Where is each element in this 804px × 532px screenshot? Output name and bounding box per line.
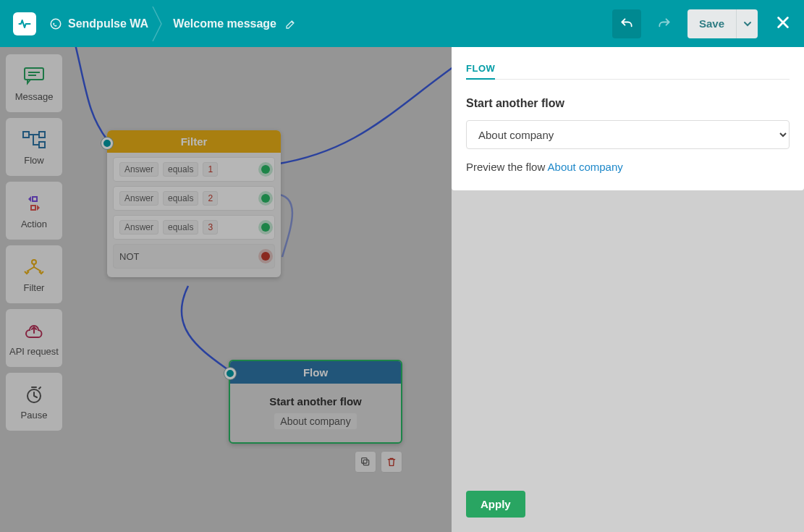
output-port[interactable] xyxy=(261,165,270,174)
tool-label: Filter xyxy=(24,282,45,293)
flow-title-text: Welcome message xyxy=(173,17,276,30)
svg-rect-7 xyxy=(39,132,45,138)
edit-icon[interactable] xyxy=(285,18,297,30)
preview-link[interactable]: About company xyxy=(548,161,623,173)
svg-rect-9 xyxy=(33,197,37,201)
svg-rect-2 xyxy=(362,458,367,463)
preview-prefix: Preview the flow xyxy=(466,161,548,173)
flow-node-title: Flow xyxy=(303,366,328,379)
tool-pause[interactable]: Pause xyxy=(6,373,62,431)
svg-point-11 xyxy=(32,260,36,264)
apply-button[interactable]: Apply xyxy=(466,491,525,518)
save-dropdown[interactable] xyxy=(736,9,758,38)
condition-value: 3 xyxy=(203,220,218,235)
tool-label: API request xyxy=(9,346,59,357)
header-actions: Save xyxy=(612,9,791,38)
condition-list: Answer equals 1 Answer equals 2 Answer e… xyxy=(107,153,281,273)
filter-node-header[interactable]: Filter xyxy=(107,130,281,153)
condition-op: equals xyxy=(163,162,198,177)
condition-row[interactable]: Answer equals 2 xyxy=(113,186,275,211)
tool-action[interactable]: Action xyxy=(6,182,62,240)
undo-button[interactable] xyxy=(612,9,641,38)
condition-row[interactable]: Answer equals 1 xyxy=(113,157,275,182)
condition-not-row[interactable]: NOT xyxy=(113,244,275,269)
filter-node-title: Filter xyxy=(181,135,208,148)
whatsapp-icon xyxy=(49,17,62,30)
svg-rect-10 xyxy=(31,206,35,210)
bot-name[interactable]: Sendpulse WA xyxy=(49,17,148,30)
svg-rect-1 xyxy=(363,460,368,465)
app-header: Sendpulse WA Welcome message Save xyxy=(0,0,804,47)
svg-rect-6 xyxy=(23,132,29,138)
flow-select[interactable]: About company xyxy=(466,120,790,149)
svg-rect-8 xyxy=(39,142,45,148)
tool-label: Action xyxy=(21,219,47,229)
output-port-not[interactable] xyxy=(261,252,270,261)
panel-tabs: FLOW xyxy=(466,62,790,80)
flow-node[interactable]: Flow Start another flow About company xyxy=(229,360,402,444)
flow-node-body: Start another flow About company xyxy=(230,384,401,442)
pause-icon xyxy=(25,385,43,404)
node-toolbar: Message Flow Action Filter API request P… xyxy=(6,54,62,431)
flow-node-heading: Start another flow xyxy=(237,395,394,408)
save-group: Save xyxy=(687,9,758,38)
output-port[interactable] xyxy=(261,194,270,203)
condition-value: 2 xyxy=(203,191,218,206)
node-tools xyxy=(355,451,402,473)
trash-icon xyxy=(386,456,397,468)
condition-value: 1 xyxy=(203,162,218,177)
filter-node[interactable]: Filter Answer equals 1 Answer equals 2 A… xyxy=(107,130,281,277)
action-icon xyxy=(22,195,46,212)
message-icon xyxy=(23,67,45,85)
tool-filter[interactable]: Filter xyxy=(6,245,62,303)
undo-icon xyxy=(619,17,634,31)
close-button[interactable] xyxy=(775,14,791,33)
tool-label: Pause xyxy=(21,410,48,421)
tool-message[interactable]: Message xyxy=(6,54,62,112)
bot-name-text: Sendpulse WA xyxy=(68,17,148,30)
panel-card: FLOW Start another flow About company Pr… xyxy=(452,47,804,190)
flow-title[interactable]: Welcome message xyxy=(173,17,297,30)
flow-node-selected: About company xyxy=(274,413,356,429)
svg-rect-3 xyxy=(25,68,43,80)
app-logo[interactable] xyxy=(13,12,36,35)
api-icon xyxy=(24,321,44,340)
duplicate-button[interactable] xyxy=(355,451,376,473)
delete-button[interactable] xyxy=(381,451,402,473)
save-button[interactable]: Save xyxy=(687,9,736,38)
tool-label: Message xyxy=(15,91,54,102)
redo-button[interactable] xyxy=(650,9,679,38)
caret-down-icon xyxy=(744,20,751,28)
tool-flow[interactable]: Flow xyxy=(6,118,62,176)
condition-row[interactable]: Answer equals 3 xyxy=(113,215,275,240)
flow-node-header[interactable]: Flow xyxy=(230,361,401,384)
settings-panel: FLOW Start another flow About company Pr… xyxy=(452,47,804,532)
breadcrumb-chevron xyxy=(148,0,166,47)
tool-api-request[interactable]: API request xyxy=(6,309,62,367)
flow-icon xyxy=(22,130,46,149)
panel-tab-flow[interactable]: FLOW xyxy=(466,63,495,80)
condition-op: equals xyxy=(163,220,198,235)
input-port[interactable] xyxy=(101,138,113,149)
filter-icon xyxy=(22,258,46,276)
condition-field: Answer xyxy=(119,220,158,235)
condition-not-label: NOT xyxy=(119,251,139,262)
panel-footer: Apply xyxy=(452,491,804,532)
output-port[interactable] xyxy=(261,223,270,232)
condition-field: Answer xyxy=(119,191,158,206)
condition-field: Answer xyxy=(119,162,158,177)
svg-point-0 xyxy=(51,19,61,29)
input-port[interactable] xyxy=(224,368,236,379)
redo-icon xyxy=(657,17,672,31)
condition-op: equals xyxy=(163,191,198,206)
pulse-icon xyxy=(17,17,32,31)
copy-icon xyxy=(360,456,371,468)
tool-label: Flow xyxy=(24,155,43,166)
close-icon xyxy=(775,14,791,30)
panel-field-label: Start another flow xyxy=(466,97,790,110)
preview-line: Preview the flow About company xyxy=(466,161,790,173)
